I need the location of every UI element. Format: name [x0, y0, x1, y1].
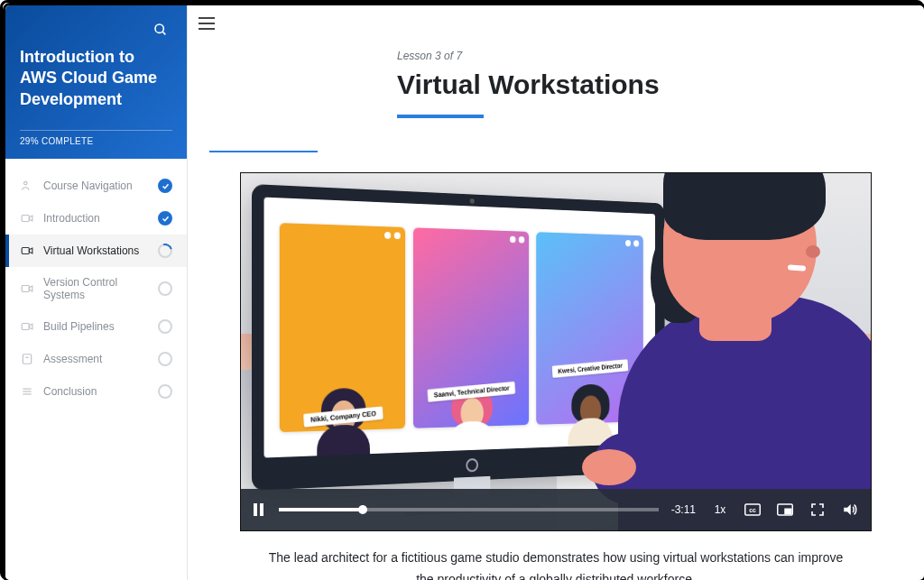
- fullscreen-button[interactable]: [809, 502, 826, 518]
- sidebar-item-label: Build Pipelines: [43, 320, 158, 333]
- svg-rect-11: [23, 354, 31, 364]
- sidebar-item-virtual-workstations[interactable]: Virtual Workstations: [5, 235, 187, 267]
- svg-rect-9: [22, 324, 29, 330]
- status-done-icon: [158, 179, 172, 193]
- main-content: Lesson 3 of 7 Virtual Workstations Nikki…: [188, 5, 924, 580]
- svg-text:cc: cc: [749, 507, 756, 513]
- topbar: [188, 5, 924, 42]
- sidebar-item-label: Conclusion: [43, 385, 158, 398]
- quiz-icon: [20, 352, 34, 366]
- video-icon: [20, 319, 34, 334]
- svg-point-0: [155, 24, 163, 32]
- video-icon: [20, 244, 34, 258]
- video-player[interactable]: Nikki, Company CEO Saanvi, Technical Dir…: [240, 172, 872, 531]
- pause-button[interactable]: [254, 503, 266, 516]
- svg-marker-20: [844, 504, 851, 515]
- participant-card: Nikki, Company CEO: [280, 223, 405, 432]
- svg-line-1: [162, 32, 165, 34]
- sidebar-item-assessment[interactable]: Assessment: [5, 343, 187, 375]
- svg-rect-7: [22, 286, 29, 292]
- captions-button[interactable]: cc: [744, 502, 761, 518]
- sidebar-item-label: Virtual Workstations: [43, 244, 158, 257]
- status-done-icon: [158, 211, 172, 226]
- pip-icon: [777, 503, 793, 516]
- hamburger-icon: [199, 17, 215, 19]
- volume-button[interactable]: [842, 502, 858, 518]
- nav-icon: [20, 179, 34, 193]
- scroll-progress-bar: [209, 151, 318, 152]
- pip-button[interactable]: [777, 502, 793, 518]
- divider: [20, 130, 172, 131]
- cc-icon: cc: [744, 503, 761, 516]
- lesson-meta: Lesson 3 of 7: [397, 50, 902, 62]
- sidebar-header: Introduction to AWS Cloud Game Developme…: [5, 5, 187, 159]
- sidebar-item-label: Version Control Systems: [43, 276, 158, 301]
- video-controls: -3:11 1x cc: [241, 489, 871, 530]
- sidebar: Introduction to AWS Cloud Game Developme…: [5, 5, 188, 580]
- menu-toggle-button[interactable]: [199, 13, 220, 34]
- status-todo-icon: [158, 319, 172, 334]
- title-underline: [397, 115, 484, 118]
- participant-card: Saanvi, Technical Director: [413, 227, 529, 428]
- time-remaining: -3:11: [671, 503, 696, 516]
- fullscreen-icon: [810, 502, 825, 517]
- sidebar-item-introduction[interactable]: Introduction: [5, 202, 187, 235]
- svg-marker-10: [29, 324, 32, 329]
- video-icon: [20, 211, 34, 226]
- svg-rect-19: [785, 509, 791, 513]
- status-todo-icon: [158, 352, 172, 366]
- svg-point-2: [24, 182, 28, 186]
- lesson-list: Course Navigation Introduction Virtual W…: [5, 159, 187, 408]
- lesson-content: Lesson 3 of 7 Virtual Workstations Nikki…: [188, 42, 924, 580]
- sidebar-item-label: Introduction: [43, 212, 158, 225]
- course-title: Introduction to AWS Cloud Game Developme…: [20, 47, 172, 110]
- search-icon: [153, 23, 168, 37]
- seek-fill: [279, 508, 363, 511]
- status-partial-icon: [158, 244, 172, 258]
- svg-rect-5: [22, 248, 29, 254]
- sidebar-item-build-pipelines[interactable]: Build Pipelines: [5, 310, 187, 343]
- progress-label: 29% COMPLETE: [20, 136, 172, 146]
- volume-icon: [842, 502, 858, 518]
- svg-rect-3: [22, 216, 29, 222]
- video-caption: The lead architect for a fictitious game…: [267, 548, 845, 580]
- seek-knob[interactable]: [358, 505, 367, 514]
- sidebar-item-label: Assessment: [43, 353, 158, 365]
- svg-marker-8: [29, 286, 32, 291]
- sidebar-item-label: Course Navigation: [43, 180, 158, 192]
- sidebar-item-conclusion[interactable]: Conclusion: [5, 375, 187, 408]
- sidebar-item-version-control[interactable]: Version Control Systems: [5, 267, 187, 310]
- sidebar-item-course-navigation[interactable]: Course Navigation: [5, 170, 187, 202]
- app-root: Introduction to AWS Cloud Game Developme…: [5, 5, 924, 580]
- seek-bar[interactable]: [279, 508, 659, 511]
- status-todo-icon: [158, 281, 172, 296]
- search-button[interactable]: [149, 18, 172, 41]
- participant-name-tag: Kwesi, Creative Director: [552, 359, 629, 378]
- lesson-title: Virtual Workstations: [397, 69, 902, 100]
- svg-marker-6: [29, 248, 32, 253]
- list-icon: [20, 384, 34, 399]
- status-todo-icon: [158, 384, 172, 399]
- playback-speed-button[interactable]: 1x: [712, 502, 728, 518]
- video-icon: [20, 281, 34, 296]
- svg-marker-4: [29, 216, 32, 221]
